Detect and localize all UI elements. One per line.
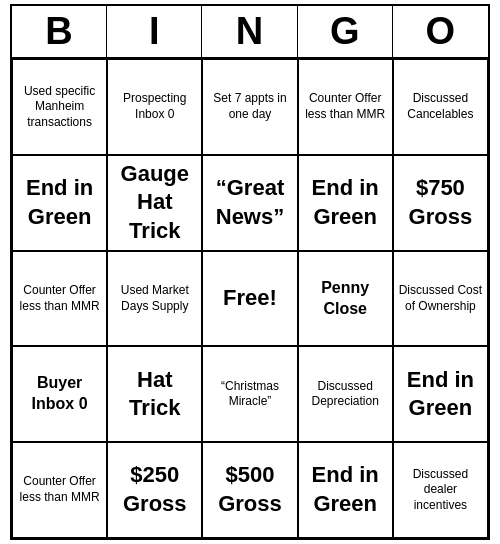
bingo-cell-17: “Christmas Miracle”: [202, 346, 297, 442]
header-letter-O: O: [393, 6, 488, 57]
bingo-cell-1: Prospecting Inbox 0: [107, 59, 202, 155]
header-letter-B: B: [12, 6, 107, 57]
bingo-cell-3: Counter Offer less than MMR: [298, 59, 393, 155]
header-letter-G: G: [298, 6, 393, 57]
bingo-cell-18: Discussed Depreciation: [298, 346, 393, 442]
bingo-cell-12: Free!: [202, 251, 297, 347]
bingo-cell-10: Counter Offer less than MMR: [12, 251, 107, 347]
header-letter-N: N: [202, 6, 297, 57]
bingo-cell-19: End in Green: [393, 346, 488, 442]
bingo-cell-20: Counter Offer less than MMR: [12, 442, 107, 538]
bingo-cell-9: $750 Gross: [393, 155, 488, 251]
bingo-grid: Used specific Manheim transactionsProspe…: [12, 59, 488, 538]
bingo-cell-5: End in Green: [12, 155, 107, 251]
bingo-cell-13: Penny Close: [298, 251, 393, 347]
bingo-cell-6: Gauge Hat Trick: [107, 155, 202, 251]
bingo-cell-23: End in Green: [298, 442, 393, 538]
bingo-cell-4: Discussed Cancelables: [393, 59, 488, 155]
bingo-cell-8: End in Green: [298, 155, 393, 251]
bingo-cell-11: Used Market Days Supply: [107, 251, 202, 347]
bingo-header: BINGO: [12, 6, 488, 59]
header-letter-I: I: [107, 6, 202, 57]
bingo-cell-15: Buyer Inbox 0: [12, 346, 107, 442]
bingo-cell-7: “Great News”: [202, 155, 297, 251]
bingo-cell-14: Discussed Cost of Ownership: [393, 251, 488, 347]
bingo-cell-24: Discussed dealer incentives: [393, 442, 488, 538]
bingo-cell-16: Hat Trick: [107, 346, 202, 442]
bingo-cell-21: $250 Gross: [107, 442, 202, 538]
bingo-cell-22: $500 Gross: [202, 442, 297, 538]
bingo-cell-2: Set 7 appts in one day: [202, 59, 297, 155]
bingo-cell-0: Used specific Manheim transactions: [12, 59, 107, 155]
bingo-card: BINGO Used specific Manheim transactions…: [10, 4, 490, 540]
